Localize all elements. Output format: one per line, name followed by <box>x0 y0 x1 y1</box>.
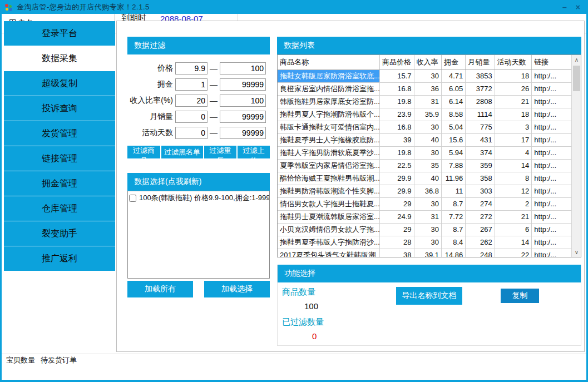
table-cell[interactable]: 29 <box>380 223 414 236</box>
table-cell[interactable]: 14 <box>495 159 532 172</box>
table-cell[interactable]: 6 <box>495 223 532 236</box>
minimize-icon[interactable]: – <box>562 3 567 11</box>
table-cell[interactable]: 6.05 <box>441 82 465 95</box>
table-cell[interactable]: 15.7 <box>380 70 414 82</box>
table-cell[interactable]: 5.04 <box>441 121 465 133</box>
table-cell[interactable]: 8 <box>495 172 532 185</box>
table-row[interactable]: 拖鞋男夏人字拖潮防滑韩版个...23.935.98.58111418http:/… <box>278 108 572 121</box>
table-scrollbar[interactable]: ∧ ∨ <box>571 55 581 257</box>
table-cell[interactable]: 24.9 <box>380 210 414 223</box>
table-cell[interactable]: 21 <box>495 95 532 108</box>
filter-button-1[interactable]: 过滤商品 <box>127 146 160 158</box>
filter-min-input[interactable] <box>175 127 207 139</box>
scroll-down-icon[interactable]: ∨ <box>572 247 581 257</box>
filter-min-input[interactable] <box>175 78 207 91</box>
sidebar-item-1[interactable]: 登录平台 <box>4 21 115 46</box>
table-cell[interactable]: 35 <box>414 159 441 172</box>
column-header-3[interactable]: 收入率 <box>414 55 441 70</box>
selection-checkbox[interactable] <box>129 195 136 202</box>
table-cell[interactable]: 19.8 <box>380 146 414 159</box>
filter-max-input[interactable] <box>220 78 266 91</box>
table-cell[interactable]: 7.72 <box>441 210 465 223</box>
table-row[interactable]: 2017夏季包头透气女鞋韩版潮3839.114.8624822http:/... <box>278 249 572 257</box>
table-cell[interactable]: 14 <box>495 236 532 249</box>
column-header-4[interactable]: 拥金 <box>441 55 465 70</box>
table-cell[interactable]: 2 <box>495 197 532 210</box>
column-header-7[interactable]: 链接 <box>532 55 572 70</box>
table-cell[interactable]: http:/... <box>532 197 572 210</box>
load-all-button[interactable]: 加载所有 <box>127 281 193 297</box>
table-cell[interactable]: 拖鞋夏季男士人字拖橡胶底防... <box>278 133 380 146</box>
table-row[interactable]: 拖鞋男士夏潮流韩版居家浴室...24.9317.7227221http:/... <box>278 210 572 223</box>
table-cell[interactable]: 267 <box>466 223 495 236</box>
table-cell[interactable]: 30 <box>414 197 441 210</box>
close-icon[interactable]: × <box>576 3 580 11</box>
filter-min-input[interactable] <box>175 62 207 75</box>
filter-button-3[interactable]: 过滤重复 <box>204 146 236 158</box>
table-cell[interactable]: 8.7 <box>441 197 465 210</box>
table-cell[interactable]: 11 <box>441 185 465 197</box>
table-cell[interactable]: 拖鞋男夏季韩版人字拖防滑沙... <box>278 236 380 249</box>
copy-button[interactable]: 复制 <box>501 289 539 303</box>
table-row[interactable]: 拖鞋男夏季韩版人字拖防滑沙...28308.426214http:/... <box>278 236 572 249</box>
data-selection-header[interactable]: 数据选择(点我刷新) <box>127 173 270 191</box>
table-cell[interactable]: 韩版拖鞋男居家厚底女浴室防... <box>278 95 380 108</box>
sidebar-item-3[interactable]: 超级复制 <box>4 71 115 96</box>
column-header-6[interactable]: 活动天数 <box>495 55 532 70</box>
table-cell[interactable]: 15.6 <box>441 133 465 146</box>
table-cell[interactable]: 8.7 <box>441 223 465 236</box>
table-cell[interactable]: http:/... <box>532 70 572 82</box>
table-cell[interactable]: http:/... <box>532 82 572 95</box>
table-cell[interactable]: 拖鞋人字拖男防滑软底夏季沙... <box>278 146 380 159</box>
table-cell[interactable]: 39.1 <box>414 249 441 257</box>
table-cell[interactable]: http:/... <box>532 185 572 197</box>
scrollbar-thumb[interactable] <box>573 66 580 91</box>
table-cell[interactable]: 小贝克汉姆情侣男女款人字拖... <box>278 223 380 236</box>
table-cell[interactable]: 16.8 <box>380 82 414 95</box>
table-cell[interactable]: 358 <box>466 172 495 185</box>
filter-max-input[interactable] <box>220 95 266 107</box>
table-cell[interactable]: http:/... <box>532 236 572 249</box>
export-names-button[interactable]: 导出名称到文档 <box>396 287 462 305</box>
table-cell[interactable]: 274 <box>466 197 495 210</box>
table-row[interactable]: 拖鞋人字拖男防滑软底夏季沙...19.8305.943744http:/... <box>278 146 572 159</box>
table-cell[interactable]: 23.9 <box>380 108 414 121</box>
table-cell[interactable]: 29.9 <box>380 185 414 197</box>
table-cell[interactable]: http:/... <box>532 108 572 121</box>
table-cell[interactable]: 拖鞋男夏人字拖潮防滑韩版个... <box>278 108 380 121</box>
table-cell[interactable]: 12 <box>495 185 532 197</box>
filter-button-2[interactable]: 过滤黑名单 <box>161 146 203 158</box>
table-row[interactable]: 韩版拖鞋男居家厚底女浴室防...19.8316.14280821http:/..… <box>278 95 572 108</box>
table-cell[interactable]: 359 <box>466 159 495 172</box>
table-cell[interactable]: 30 <box>414 70 441 82</box>
table-cell[interactable]: 16.8 <box>380 121 414 133</box>
table-cell[interactable]: 7.88 <box>441 159 465 172</box>
table-cell[interactable]: 8.4 <box>441 236 465 249</box>
table-cell[interactable]: 5.94 <box>441 146 465 159</box>
sidebar-item-9[interactable]: 裂变助手 <box>4 221 115 246</box>
table-cell[interactable]: 39 <box>380 133 414 146</box>
table-row[interactable]: 酷恰恰海贼王夏拖鞋男韩版潮...29.94011.963588http:/... <box>278 172 572 185</box>
table-cell[interactable]: 19.8 <box>380 95 414 108</box>
table-cell[interactable]: 3853 <box>466 70 495 82</box>
table-cell[interactable]: 韩版卡通拖鞋女可爱情侣室内... <box>278 121 380 133</box>
table-cell[interactable]: 拖鞋男士夏潮流韩版居家浴室... <box>278 210 380 223</box>
sidebar-item-5[interactable]: 发货管理 <box>4 121 115 146</box>
table-cell[interactable]: 38 <box>380 249 414 257</box>
table-row[interactable]: 拖鞋女韩版居家防滑浴室软底...15.7304.71385318http:/..… <box>278 70 572 82</box>
table-cell[interactable]: 29.9 <box>380 172 414 185</box>
table-cell[interactable]: http:/... <box>532 121 572 133</box>
table-cell[interactable]: 30 <box>414 146 441 159</box>
table-cell[interactable]: http:/... <box>532 95 572 108</box>
table-cell[interactable]: 拖鞋女韩版居家防滑浴室软底... <box>278 70 380 82</box>
table-cell[interactable]: 431 <box>466 133 495 146</box>
table-cell[interactable]: 40 <box>414 172 441 185</box>
table-cell[interactable]: 3 <box>495 121 532 133</box>
table-cell[interactable]: 40 <box>414 133 441 146</box>
filter-max-input[interactable] <box>220 111 266 123</box>
table-cell[interactable]: 303 <box>466 185 495 197</box>
table-cell[interactable]: 30 <box>414 236 441 249</box>
sidebar-item-10[interactable]: 推广返利 <box>4 246 115 271</box>
table-cell[interactable]: 2808 <box>466 95 495 108</box>
table-cell[interactable]: 30 <box>414 223 441 236</box>
